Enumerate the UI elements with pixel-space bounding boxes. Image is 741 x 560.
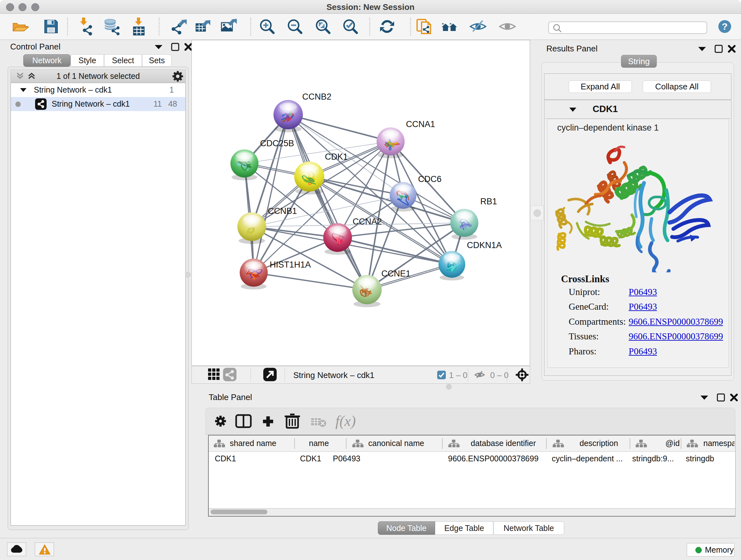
svg-text:@id: @id [665,439,680,448]
svg-text:namespace: namespace [703,439,735,448]
svg-text:f(x): f(x) [335,413,356,429]
svg-text:?: ? [722,21,728,32]
svg-text:CCNB2: CCNB2 [302,92,332,102]
svg-text:CCNA2: CCNA2 [353,217,382,226]
svg-text:canonical name: canonical name [368,439,424,448]
svg-text:CCNB1: CCNB1 [268,206,297,216]
svg-text:CCNE1: CCNE1 [381,269,411,278]
svg-text:CDC6: CDC6 [418,174,442,184]
svg-text:RB1: RB1 [480,197,497,206]
svg-text:name: name [309,439,329,448]
svg-text:CDKN1A: CDKN1A [467,240,502,250]
svg-text:description: description [580,439,618,448]
svg-text:database identifier: database identifier [471,439,536,448]
svg-text:CCNA1: CCNA1 [406,119,435,129]
svg-text:CDC25B: CDC25B [260,138,294,148]
svg-text:CDK1: CDK1 [325,152,348,162]
svg-text:shared name: shared name [230,439,276,448]
svg-text:HIST1H1A: HIST1H1A [270,260,311,269]
